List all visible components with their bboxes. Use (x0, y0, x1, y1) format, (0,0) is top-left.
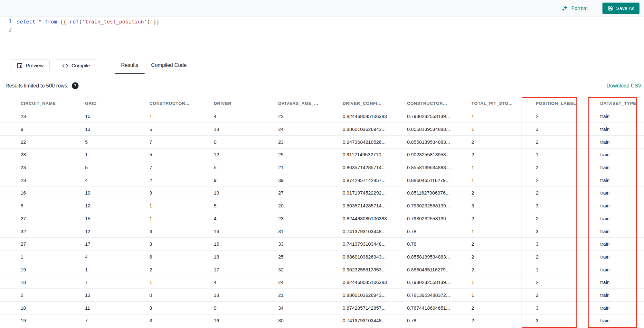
table-cell: train (580, 225, 644, 238)
table-cell: 2 (515, 135, 580, 148)
table-cell: 0.8511627906976... (386, 187, 451, 199)
preview-button[interactable]: Preview (11, 59, 50, 72)
table-cell: 23 (258, 135, 322, 148)
table-cell: 20 (258, 199, 322, 212)
table-cell: 0.8558139534883... (386, 161, 451, 174)
table-cell: 23 (0, 174, 64, 187)
table-cell: 1 (64, 148, 129, 161)
table-cell: 0.7413793103448... (322, 225, 386, 238)
column-header: CONSTRUCTOR... (129, 97, 193, 110)
editor-line-2: 2 (0, 26, 644, 34)
code-token-keyword: from (45, 19, 57, 25)
table-cell: 0.8558139534883... (386, 135, 451, 148)
table-cell: 1 (451, 276, 515, 289)
table-cell: 0.8742857142857... (322, 301, 386, 314)
editor-line-1: 1 select * from {{ ref('train_test_posit… (0, 17, 644, 26)
table-row: 213018210.8860103626943...0.781395348837… (0, 289, 644, 302)
code-token-keyword: select (17, 19, 35, 25)
code-token-plain: ) (147, 19, 150, 25)
preview-button-label: Preview (26, 63, 43, 68)
table-cell: 17 (64, 238, 129, 251)
table-cell: 3 (515, 314, 580, 327)
table-cell: train (580, 135, 644, 148)
table-cell: train (580, 174, 644, 187)
table-row: 51215200.8035714285714...0.7930232558139… (0, 199, 644, 212)
table-cell: 3 (451, 199, 515, 212)
code-token-function: ref (70, 19, 79, 25)
table-cell: 30 (258, 314, 322, 327)
table-cell: 1 (451, 289, 515, 302)
table-cell: 5 (64, 161, 129, 174)
table-row: 23575210.8035714285714...0.8558139534883… (0, 161, 644, 174)
table-row: 18714240.8244680851063830.7930232558139.… (0, 276, 644, 289)
sql-editor[interactable]: 1 select * from {{ ref('train_test_posit… (0, 17, 644, 57)
table-cell: 0.7674418604651... (386, 301, 451, 314)
table-cell: 0 (193, 135, 258, 148)
table-cell: 5 (129, 148, 193, 161)
table-cell: 2 (129, 263, 193, 276)
table-cell: 12 (64, 225, 129, 238)
editor-toolbar: Format Save As (0, 0, 644, 17)
table-cell: 0.7930232558139... (386, 110, 451, 123)
table-cell: 27 (258, 187, 322, 199)
table-cell: 32 (258, 263, 322, 276)
table-cell: 0.9473684210526... (322, 135, 386, 148)
results-table: CIRCUIT_NAMEGRIDCONSTRUCTOR...DRIVERDRIV… (0, 97, 644, 327)
table-cell: 34 (258, 301, 322, 314)
tab-compiled-code[interactable]: Compiled Code (145, 57, 193, 74)
code-token-plain (42, 19, 45, 25)
compile-button-label: Compile (71, 63, 90, 68)
table-cell: 16 (193, 225, 258, 238)
table-cell: 1 (129, 199, 193, 212)
table-row: 231514230.8244680851063830.7930232558139… (0, 110, 644, 123)
table-cell: 2 (451, 135, 515, 148)
table-cell: 1 (451, 225, 515, 238)
table-cell: train (580, 301, 644, 314)
table-cell: 2 (0, 289, 64, 302)
save-as-button[interactable]: Save As (602, 3, 639, 14)
column-header: DRIVERS_AGE_... (258, 97, 322, 110)
table-cell: train (580, 148, 644, 161)
table-cell: 4 (64, 251, 129, 263)
format-button[interactable]: Format (560, 5, 590, 12)
table-cell: 3 (129, 314, 193, 327)
table-cell: 0.8860465116279... (386, 174, 451, 187)
table-cell: 16 (193, 238, 258, 251)
table-cell: 2 (515, 161, 580, 174)
table-row: 281512290.9112149532710...0.902325581395… (0, 148, 644, 161)
format-button-label: Format (571, 5, 588, 11)
table-cell: 1 (515, 148, 580, 161)
table-cell: train (580, 276, 644, 289)
table-cell: 0.824468085106383 (322, 276, 386, 289)
tab-results[interactable]: Results (115, 57, 145, 74)
table-cell: 0.9023255813953... (322, 263, 386, 276)
table-cell: 24 (258, 276, 322, 289)
column-header: DATASET_TYPE (580, 97, 644, 110)
table-cell: 2 (515, 289, 580, 302)
table-cell: 22 (0, 135, 64, 148)
results-table-wrapper: CIRCUIT_NAMEGRIDCONSTRUCTOR...DRIVERDRIV… (0, 97, 644, 328)
table-cell: 9 (193, 174, 258, 187)
table-cell: 0.78 (386, 238, 451, 251)
table-cell: 0.7413793103448... (322, 314, 386, 327)
table-cell: 1 (451, 174, 515, 187)
table-cell: 0.8860103626943... (322, 251, 386, 263)
table-cell: 0.8035714285714... (322, 199, 386, 212)
table-cell: 1 (451, 161, 515, 174)
column-header: POSITION_LABEL (515, 97, 580, 110)
code-token-string: 'train_test_position' (82, 19, 147, 25)
table-cell: 23 (0, 161, 64, 174)
table-cell: 12 (193, 148, 258, 161)
help-icon[interactable]: ? (72, 82, 79, 89)
table-cell: 2 (451, 187, 515, 199)
table-cell: 3 (515, 199, 580, 212)
download-csv-link[interactable]: Download CSV (607, 83, 642, 89)
table-cell: 17 (193, 263, 258, 276)
table-cell: 0.8742857142857... (322, 174, 386, 187)
compile-button[interactable]: Compile (56, 59, 96, 72)
table-cell: 0.7930232558139... (386, 276, 451, 289)
table-cell: 1 (64, 263, 129, 276)
code-token-plain: }} (150, 19, 159, 25)
table-row: 22570230.9473684210526...0.8558139534883… (0, 135, 644, 148)
table-cell: 11 (64, 301, 129, 314)
